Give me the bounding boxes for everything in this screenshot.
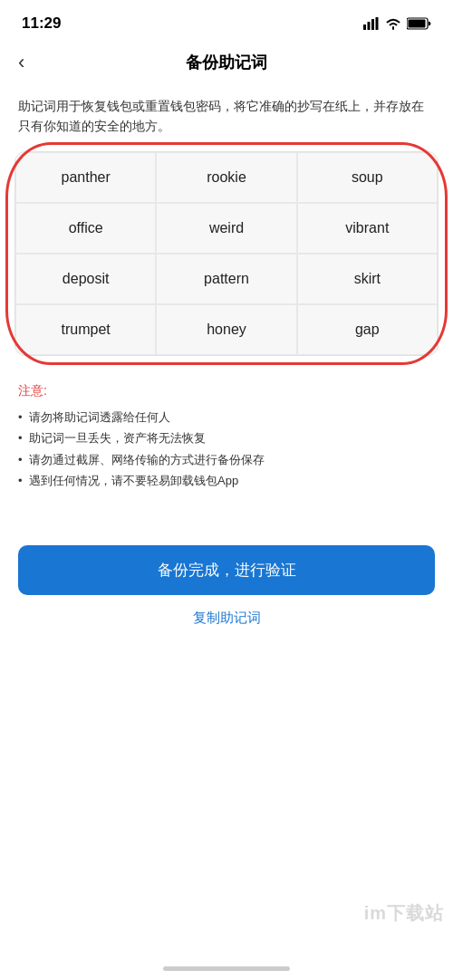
notes-title: 注意: xyxy=(18,383,435,399)
notes-list-item: 遇到任何情况，请不要轻易卸载钱包App xyxy=(18,470,435,491)
svg-rect-3 xyxy=(376,17,379,30)
home-indicator xyxy=(163,966,290,971)
bottom-section: 备份完成，进行验证 复制助记词 xyxy=(0,527,453,641)
mnemonic-word: pattern xyxy=(156,254,296,304)
mnemonic-word: honey xyxy=(156,304,296,355)
mnemonic-word: panther xyxy=(15,152,156,203)
mnemonic-word: soup xyxy=(297,152,438,203)
svg-rect-1 xyxy=(368,22,371,30)
notes-list: 请勿将助记词透露给任何人助记词一旦丢失，资产将无法恢复请勿通过截屏、网络传输的方… xyxy=(18,407,435,492)
back-button[interactable]: ‹ xyxy=(18,51,24,74)
mnemonic-container: pantherrookiesoupofficeweirdvibrantdepos… xyxy=(14,151,439,356)
wifi-icon xyxy=(385,17,401,30)
notes-list-item: 助记词一旦丢失，资产将无法恢复 xyxy=(18,428,435,448)
svg-rect-2 xyxy=(371,19,374,30)
watermark: im下载站 xyxy=(364,901,444,926)
status-icons xyxy=(363,17,431,30)
svg-rect-0 xyxy=(363,24,366,30)
page-title: 备份助记词 xyxy=(186,52,267,73)
notes-list-item: 请勿通过截屏、网络传输的方式进行备份保存 xyxy=(18,449,435,470)
mnemonic-word: gap xyxy=(297,304,438,355)
svg-rect-5 xyxy=(409,20,426,28)
mnemonic-grid: pantherrookiesoupofficeweirdvibrantdepos… xyxy=(14,151,439,356)
mnemonic-word: deposit xyxy=(15,254,156,304)
signal-icon xyxy=(363,17,380,30)
verify-button[interactable]: 备份完成，进行验证 xyxy=(18,545,435,595)
battery-icon xyxy=(407,17,431,30)
mnemonic-word: weird xyxy=(156,203,296,254)
status-time: 11:29 xyxy=(22,14,61,33)
status-bar: 11:29 xyxy=(0,0,453,40)
mnemonic-word: rookie xyxy=(156,152,296,203)
description-text: 助记词用于恢复钱包或重置钱包密码，将它准确的抄写在纸上，并存放在只有你知道的安全… xyxy=(0,85,453,151)
notes-list-item: 请勿将助记词透露给任何人 xyxy=(18,407,435,428)
header: ‹ 备份助记词 xyxy=(0,40,453,85)
mnemonic-word: skirt xyxy=(297,254,438,304)
mnemonic-word: trumpet xyxy=(15,304,156,355)
mnemonic-word: vibrant xyxy=(297,203,438,254)
copy-mnemonic-button[interactable]: 复制助记词 xyxy=(193,610,261,627)
notes-section: 注意: 请勿将助记词透露给任何人助记词一旦丢失，资产将无法恢复请勿通过截屏、网络… xyxy=(0,374,453,510)
mnemonic-word: office xyxy=(15,203,156,254)
